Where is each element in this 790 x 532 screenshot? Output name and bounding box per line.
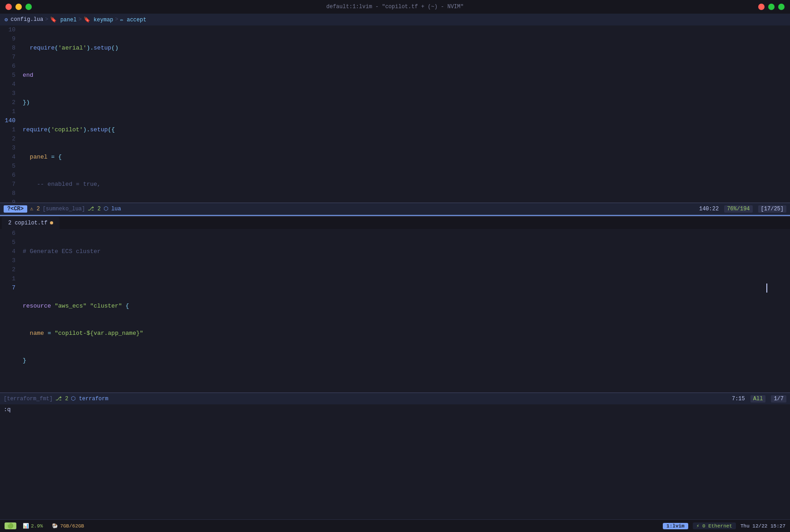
system-time: Thu 12/22 15:27 [740, 523, 785, 529]
mem-value: 7GB/62GB [60, 523, 84, 529]
code-content-top[interactable]: require('aerial').setup() end }) require… [19, 25, 790, 203]
tab-copilot-tf[interactable]: 2 copilot.tf [2, 217, 60, 229]
status-bar-top: ?<CR> ⚠ 2 [sumneko_lua] ⎇ 2 ⬡ lua 140:22… [0, 203, 790, 214]
command-line[interactable]: :q [0, 404, 790, 414]
cpu-icon: 📊 [23, 523, 29, 529]
mem-icon: 🐏 [52, 523, 58, 529]
breadcrumb-segment-3[interactable]: ✏ accept [120, 16, 147, 23]
pane-separator [0, 214, 790, 216]
right-btn-2[interactable] [768, 4, 775, 10]
breadcrumb-segment-2[interactable]: 🔖 keymap [84, 16, 113, 23]
ethernet-icon: ⚡ [696, 523, 700, 529]
breadcrumb-segment-1[interactable]: 🔖 panel [50, 16, 76, 23]
close-button[interactable] [5, 4, 12, 10]
maximize-button[interactable] [25, 4, 32, 10]
title-bar-right-controls[interactable] [758, 4, 785, 10]
vim-mode-top: ?<CR> [4, 205, 27, 213]
git-status: ⎇ 2 [88, 205, 100, 212]
scroll-position-bottom: 1/7 [771, 395, 786, 403]
filetype-top: ⬡ lua [104, 205, 121, 212]
cursor-position-bottom: 7:15 [732, 396, 745, 402]
cpu-value: 2.9% [31, 523, 43, 529]
title-bar: default:1:lvim - "copilot.tf + (~) - NVI… [0, 0, 790, 14]
modified-indicator [50, 221, 53, 224]
top-editor-pane: 10 9 8 7 6 5 4 3 2 1 140 1 2 3 4 5 6 7 8… [0, 25, 790, 203]
file-icon: ⚙ [5, 16, 8, 23]
line-numbers-top: 10 9 8 7 6 5 4 3 2 1 140 1 2 3 4 5 6 7 8… [0, 25, 19, 203]
nvim-session[interactable]: 1:lvim [663, 523, 688, 529]
ethernet-status: ⚡ 0 Ethernet [693, 522, 736, 529]
lsp-status-bottom: [terraform_fmt] [4, 396, 53, 402]
bottom-tab-bar: 2 copilot.tf [0, 216, 790, 229]
cpu-indicator: 📊 2.9% [20, 522, 45, 529]
scroll-percent-top: 76%/194 [724, 205, 752, 213]
warning-indicator: ⚠ 2 [30, 205, 40, 212]
status-bar-bottom: [terraform_fmt] ⎇ 2 ⬡ terraform 7:15 All… [0, 393, 790, 404]
breadcrumb: ⚙ config.lua > 🔖 panel > 🔖 keymap > ✏ ac… [0, 14, 790, 25]
code-content-bottom[interactable]: # Generate ECS cluster resource "aws_ecs… [19, 229, 790, 393]
scroll-position-top: [17/25] [758, 205, 786, 213]
right-btn-3[interactable] [778, 4, 785, 10]
right-btn-1[interactable] [758, 4, 765, 10]
scroll-line [0, 215, 790, 216]
minimize-button[interactable] [15, 4, 22, 10]
cursor-indicator [766, 283, 767, 293]
taskbar: 🟢 📊 2.9% 🐏 7GB/62GB 1:lvim ⚡ 0 Ethernet … [0, 519, 790, 532]
ethernet-label: 0 Ethernet [702, 523, 732, 529]
memory-indicator: 🐏 7GB/62GB [49, 522, 87, 529]
git-status-bottom: ⎇ 2 [55, 395, 68, 402]
line-numbers-bottom: 6 5 4 3 2 1 7 [0, 229, 19, 393]
bottom-editor-pane: 6 5 4 3 2 1 7 # Generate ECS cluster res… [0, 229, 790, 393]
cursor-position-top: 140:22 [699, 206, 719, 212]
tmux-indicator[interactable]: 🟢 [5, 522, 16, 529]
lsp-status: [sumneko_lua] [43, 206, 85, 212]
filetype-bottom: ⬡ terraform [71, 395, 108, 402]
breadcrumb-file[interactable]: config.lua [10, 16, 43, 23]
command-text: :q [4, 406, 11, 413]
scroll-percent-bottom: All [750, 395, 766, 403]
window-title: default:1:lvim - "copilot.tf + (~) - NVI… [326, 4, 463, 10]
taskbar-left: 🟢 📊 2.9% 🐏 7GB/62GB [5, 522, 87, 529]
tab-label: 2 copilot.tf [8, 220, 47, 226]
window-controls[interactable] [5, 4, 32, 10]
